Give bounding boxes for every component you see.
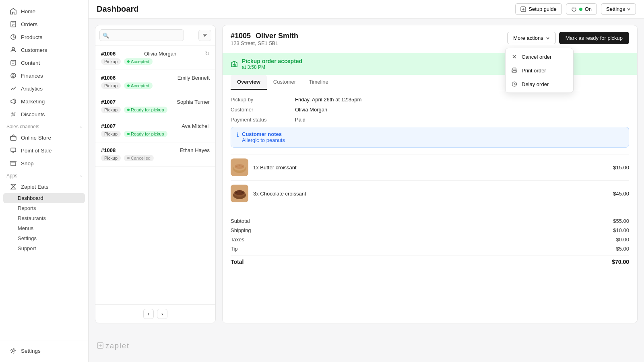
order-number: #1006 — [101, 51, 116, 57]
sidebar-item-finances[interactable]: Finances — [3, 69, 85, 82]
sidebar-item-zapiet-label: Zapiet Eats — [21, 184, 48, 190]
customer-notes: ℹ Customer notes Allergic to peanuts — [231, 127, 629, 148]
sidebar-sub-menus-label: Menus — [18, 225, 33, 231]
order-item[interactable]: #1006 Emily Bennett Pickup Accepted — [95, 70, 215, 94]
order-number: #1007 — [101, 99, 116, 105]
sidebar-sub-settings[interactable]: Settings — [3, 233, 85, 243]
status-dot — [127, 60, 130, 63]
sidebar-item-discounts[interactable]: Discounts — [3, 108, 85, 121]
more-actions-label: More actions — [513, 35, 543, 41]
sidebar-item-analytics[interactable]: Analytics — [3, 82, 85, 95]
order-customer-name: Emily Bennett — [178, 75, 210, 81]
pickup-by-value: Friday, April 26th at 12:35pm — [295, 97, 361, 103]
topbar: Dashboard Setup guide On Settings — [89, 0, 644, 19]
print-icon — [511, 67, 518, 74]
detail-address: 123 Street, SE1 5BL — [231, 40, 298, 46]
svg-rect-29 — [513, 68, 516, 70]
sidebar-item-online-store[interactable]: Online Store — [3, 131, 85, 144]
order-type-badge: Pickup — [101, 155, 121, 161]
order-number: #1006 — [101, 75, 116, 81]
sidebar-sub-support[interactable]: Support — [3, 243, 85, 253]
cancel-order-item[interactable]: Cancel order — [506, 50, 573, 64]
sidebar-sub-dashboard[interactable]: Dashboard — [3, 193, 85, 203]
sidebar-sub-reports-label: Reports — [18, 205, 36, 211]
print-order-label: Print order — [522, 68, 546, 74]
order-type-badge: Pickup — [101, 131, 121, 137]
order-item[interactable]: #1008 Ethan Hayes Pickup Cancelled — [95, 142, 215, 167]
prev-page-button[interactable]: ‹ — [143, 309, 154, 319]
print-order-item[interactable]: Print order — [506, 64, 573, 77]
mark-ready-button[interactable]: Mark as ready for pickup — [559, 32, 629, 44]
home-icon — [10, 8, 17, 15]
content-icon — [10, 59, 17, 66]
on-toggle-button[interactable]: On — [566, 3, 597, 15]
sidebar-sub-restaurants[interactable]: Restaurants — [3, 213, 85, 223]
delay-order-item[interactable]: Delay order — [506, 77, 573, 91]
order-type-badge: Pickup — [101, 107, 121, 113]
on-status-dot — [579, 8, 582, 11]
shop-icon — [10, 160, 17, 167]
sales-channels-expand-icon[interactable]: › — [80, 125, 82, 129]
pos-icon — [10, 147, 17, 154]
apps-expand-icon[interactable]: › — [80, 174, 82, 178]
sidebar-item-content[interactable]: Content — [3, 56, 85, 69]
sidebar-item-products[interactable]: Products — [3, 31, 85, 43]
order-list: #1006 Olivia Morgan ↻ Pickup Accepted — [95, 45, 215, 304]
sidebar-sub-menus[interactable]: Menus — [3, 223, 85, 233]
sidebar-item-settings[interactable]: Settings — [3, 344, 85, 357]
pickup-banner: Pickup order accepted at 3:58 PM — [223, 53, 637, 75]
sidebar-item-marketing[interactable]: Marketing — [3, 95, 85, 108]
analytics-icon — [10, 85, 17, 92]
pickup-by-label: Pickup by — [231, 97, 295, 103]
order-status-badge: Accepted — [124, 82, 153, 89]
tab-timeline[interactable]: Timeline — [302, 75, 335, 90]
order-item[interactable]: #1006 Olivia Morgan ↻ Pickup Accepted — [95, 45, 215, 70]
svg-point-19 — [12, 350, 14, 352]
sidebar-item-analytics-label: Analytics — [21, 86, 43, 92]
search-input[interactable] — [99, 29, 184, 41]
sync-icon: ↻ — [205, 50, 210, 57]
sidebar-sub-reports[interactable]: Reports — [3, 203, 85, 213]
sidebar-item-customers[interactable]: Customers — [3, 43, 85, 56]
more-actions-button[interactable]: More actions — [507, 32, 555, 44]
settings-label: Settings — [606, 6, 625, 12]
status-dot — [127, 133, 130, 135]
sidebar-item-home[interactable]: Home — [3, 5, 85, 18]
next-page-button[interactable]: › — [157, 309, 167, 319]
sidebar-item-online-store-label: Online Store — [21, 135, 51, 141]
order-item[interactable]: #1007 Sophia Turner Pickup Ready for pic… — [95, 94, 215, 118]
sidebar-item-orders[interactable]: Orders — [3, 18, 85, 31]
sidebar-item-pos[interactable]: Point of Sale — [3, 144, 85, 157]
order-list-panel: 🔍 #1006 Olivia Morgan ↻ Pickup — [95, 25, 216, 323]
notes-title: Customer notes — [242, 131, 285, 137]
pickup-banner-sub: at 3:58 PM — [242, 64, 302, 70]
tab-customer[interactable]: Customer — [267, 75, 302, 90]
svg-rect-14 — [11, 148, 16, 152]
sidebar-item-shop[interactable]: Shop — [3, 157, 85, 170]
order-item[interactable]: #1007 Ava Mitchell Pickup Ready for pick… — [95, 118, 215, 142]
total-value: $70.00 — [612, 259, 629, 265]
settings-button[interactable]: Settings — [601, 3, 636, 15]
order-line-item-2: 3x Chocolate croissant $45.00 — [231, 180, 629, 206]
filter-button[interactable] — [198, 30, 211, 41]
taxes-label: Taxes — [231, 237, 244, 243]
order-line-item-1: 1x Butter croissant $15.00 — [231, 154, 629, 180]
order-customer-name: Ethan Hayes — [180, 147, 210, 153]
sales-channels-section: Sales channels › — [0, 121, 88, 131]
item-image-2 — [231, 185, 248, 202]
finances-icon — [10, 72, 17, 79]
sidebar-sub-settings-label: Settings — [18, 235, 37, 241]
shipping-value: $10.00 — [613, 227, 629, 233]
sidebar-item-orders-label: Orders — [21, 21, 37, 27]
svg-text:zapiet: zapiet — [105, 342, 130, 350]
on-label: On — [585, 6, 592, 12]
zapiet-icon — [10, 183, 17, 190]
setup-guide-button[interactable]: Setup guide — [515, 3, 561, 15]
sidebar-item-zapiet-eats[interactable]: Zapiet Eats — [3, 180, 85, 193]
detail-customer-name: Oliver Smith — [256, 32, 298, 40]
shipping-row: Shipping $10.00 — [231, 227, 629, 233]
payment-value: Paid — [295, 117, 305, 123]
order-customer-name: Ava Mitchell — [182, 123, 210, 129]
tab-overview[interactable]: Overview — [231, 75, 267, 90]
online-store-icon — [10, 134, 17, 141]
